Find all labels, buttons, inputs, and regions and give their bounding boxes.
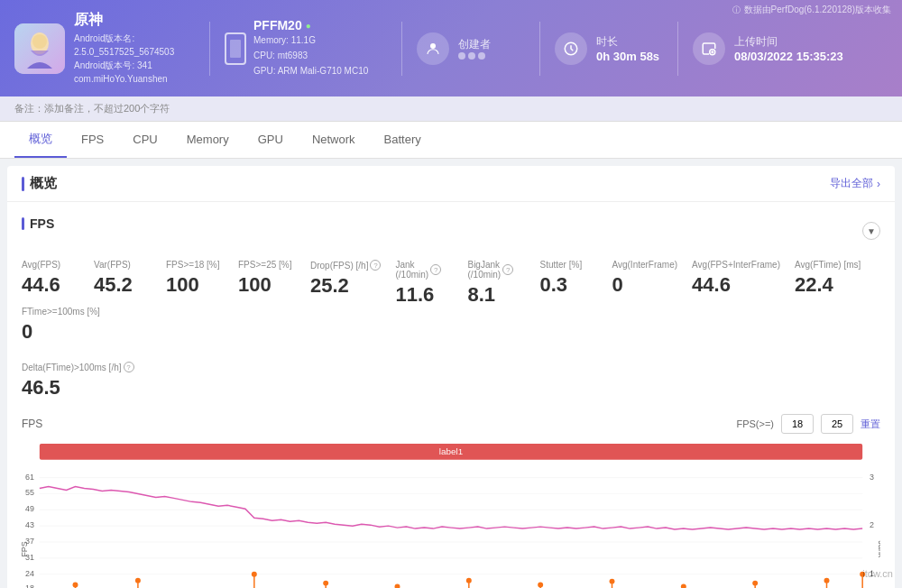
stat-stutter: Stutter [%] 0.3 bbox=[539, 260, 612, 307]
tab-battery[interactable]: Battery bbox=[370, 124, 436, 157]
fps-collapse-button[interactable]: ▼ bbox=[862, 222, 880, 240]
creator-label: 创建者 bbox=[458, 37, 491, 52]
device-icon bbox=[225, 32, 246, 65]
stat-bigjank-value: 8.1 bbox=[467, 283, 525, 307]
info-icon-jank[interactable]: ? bbox=[430, 264, 441, 275]
stat-jank: Jank(/10min) ? 11.6 bbox=[395, 260, 467, 307]
stat-jank-value: 11.6 bbox=[395, 283, 453, 307]
svg-point-37 bbox=[135, 578, 141, 583]
svg-point-35 bbox=[73, 583, 78, 588]
device-name: PFFM20 ● bbox=[253, 18, 368, 32]
divider-3 bbox=[539, 22, 540, 76]
tab-overview[interactable]: 概览 bbox=[14, 122, 67, 158]
stat-ftime-100: FTime>=100ms [%] 0 bbox=[22, 307, 115, 344]
chart-controls: FPS FPS(>=) 重置 bbox=[22, 414, 880, 434]
svg-text:18: 18 bbox=[25, 583, 34, 588]
divider-1 bbox=[209, 22, 210, 76]
device-status-dot: ● bbox=[306, 21, 311, 31]
tab-cpu[interactable]: CPU bbox=[118, 124, 171, 157]
svg-point-2 bbox=[32, 34, 47, 49]
chart-fps-label: FPS bbox=[22, 418, 42, 430]
svg-text:Jank: Jank bbox=[877, 541, 880, 558]
app-avatar-image bbox=[14, 23, 65, 74]
divider-2 bbox=[401, 22, 402, 76]
fps-stats-grid: Avg(FPS) 44.6 Var(FPS) 45.2 FPS>=18 [%] … bbox=[22, 260, 880, 344]
duration-stat: 时长 0h 30m 58s bbox=[555, 32, 663, 65]
tab-gpu[interactable]: GPU bbox=[244, 124, 298, 157]
svg-point-51 bbox=[681, 584, 686, 588]
upload-label: 上传时间 bbox=[734, 34, 843, 50]
stat-ftime-100-value: 0 bbox=[22, 320, 100, 344]
info-icon-bigjank[interactable]: ? bbox=[502, 264, 513, 275]
upload-icon bbox=[693, 32, 725, 65]
overview-header: 概览 导出全部 › bbox=[7, 166, 895, 202]
stat-fps-interframe: Avg(FPS+InterFrame) 44.6 bbox=[692, 260, 795, 307]
creator-stat: 创建者 bbox=[417, 32, 525, 65]
fps-header: FPS ▼ bbox=[22, 216, 880, 245]
duration-icon bbox=[555, 32, 587, 65]
tab-network[interactable]: Network bbox=[298, 124, 370, 157]
svg-text:2: 2 bbox=[870, 520, 874, 529]
stat-stutter-value: 0.3 bbox=[539, 273, 597, 297]
delta-section: Delta(FTime)>100ms [/h] ? 46.5 bbox=[22, 362, 880, 400]
tab-bar: 概览 FPS CPU Memory GPU Network Battery bbox=[0, 122, 902, 159]
creator-icon bbox=[417, 32, 449, 65]
tab-memory[interactable]: Memory bbox=[172, 124, 244, 157]
svg-point-47 bbox=[538, 583, 543, 588]
stat-fps-interframe-value: 44.6 bbox=[692, 273, 780, 297]
svg-point-43 bbox=[395, 584, 400, 588]
stat-interframe: Avg(InterFrame) 0 bbox=[612, 260, 692, 307]
svg-text:49: 49 bbox=[25, 504, 34, 513]
app-name: 原神 bbox=[74, 11, 174, 30]
stat-ftime-value: 22.4 bbox=[795, 273, 861, 297]
stat-drop-fps-value: 25.2 bbox=[310, 274, 381, 298]
upload-value: 08/03/2022 15:35:23 bbox=[734, 50, 843, 63]
svg-text:55: 55 bbox=[25, 488, 34, 497]
overview-title: 概览 bbox=[22, 175, 57, 192]
stat-fps25-value: 100 bbox=[238, 273, 296, 297]
fps-panel: FPS ▼ Avg(FPS) 44.6 Var(FPS) 45.2 FPS>=1… bbox=[7, 202, 895, 588]
stat-avg-fps-value: 44.6 bbox=[22, 273, 79, 297]
stat-fps18-value: 100 bbox=[166, 273, 224, 297]
data-source-note: ⓘ 数据由PerfDog(6.1.220128)版本收集 bbox=[732, 4, 891, 16]
app-info: 原神 Android版本名: 2.5.0_5517525_5674503 And… bbox=[14, 11, 195, 86]
stat-interframe-value: 0 bbox=[612, 273, 677, 297]
svg-point-41 bbox=[323, 581, 328, 586]
fps-title: FPS bbox=[22, 216, 54, 231]
creator-dots bbox=[458, 52, 491, 60]
app-avatar bbox=[14, 23, 65, 74]
fps-chart: label1 61 55 49 43 37 31 24 18 12 6 FPS … bbox=[22, 441, 880, 588]
svg-text:3: 3 bbox=[870, 473, 874, 482]
divider-4 bbox=[677, 22, 678, 76]
info-icon-drop[interactable]: ? bbox=[370, 260, 381, 271]
stat-drop-fps: Drop(FPS) [/h] ? 25.2 bbox=[310, 260, 395, 307]
header: ⓘ 数据由PerfDog(6.1.220128)版本收集 bbox=[0, 0, 902, 96]
app-details: 原神 Android版本名: 2.5.0_5517525_5674503 And… bbox=[74, 11, 174, 86]
svg-point-45 bbox=[466, 578, 472, 583]
threshold-25-input[interactable] bbox=[821, 414, 853, 434]
chevron-down-icon: ▼ bbox=[867, 226, 876, 236]
stat-fps18: FPS>=18 [%] 100 bbox=[166, 260, 238, 307]
threshold-18-input[interactable] bbox=[781, 414, 814, 434]
svg-text:FPS: FPS bbox=[22, 541, 29, 556]
reset-threshold-button[interactable]: 重置 bbox=[861, 418, 880, 431]
stat-var-fps: Var(FPS) 45.2 bbox=[94, 260, 166, 307]
info-icon-delta[interactable]: ? bbox=[124, 362, 134, 372]
export-button[interactable]: 导出全部 › bbox=[830, 176, 880, 191]
main-content: 概览 导出全部 › FPS ▼ Avg(FPS) 44.6 Var(FPS) 4… bbox=[0, 166, 902, 588]
watermark: itdw.cn bbox=[862, 568, 893, 579]
note-bar: 备注：添加备注，不超过200个字符 bbox=[0, 96, 902, 122]
svg-point-39 bbox=[252, 572, 257, 577]
svg-text:61: 61 bbox=[25, 473, 34, 482]
stat-var-fps-value: 45.2 bbox=[94, 273, 152, 297]
svg-point-3 bbox=[430, 43, 436, 49]
svg-text:label1: label1 bbox=[439, 446, 464, 456]
svg-text:24: 24 bbox=[25, 569, 34, 578]
stat-fps25: FPS>=25 [%] 100 bbox=[238, 260, 310, 307]
duration-label: 时长 bbox=[596, 34, 659, 50]
device-specs: Memory: 11.1G CPU: mt6983 GPU: ARM Mali-… bbox=[253, 32, 368, 78]
upload-stat: 上传时间 08/03/2022 15:35:23 bbox=[693, 32, 843, 65]
svg-point-53 bbox=[752, 581, 758, 586]
tab-fps[interactable]: FPS bbox=[67, 124, 118, 157]
stat-bigjank: BigJank(/10min) ? 8.1 bbox=[467, 260, 539, 307]
